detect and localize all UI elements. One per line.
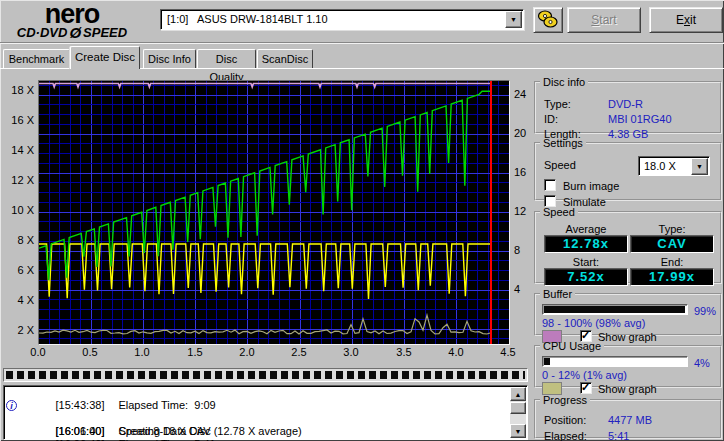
combo-dropdown-arrow-icon[interactable]: ▼ [505,11,522,28]
tab-scandisc[interactable]: ScanDisc [257,49,313,68]
log-entry[interactable]: i [16:01:00]Creating Data Disc [4,399,527,412]
y-axis-left-tick: 18 X [0,84,34,96]
log-scrollbar[interactable]: ▲ ▼ [510,387,526,438]
y-axis-right-tick: 4 [514,283,538,295]
drive-name: [1:0] ASUS DRW-1814BLT 1.10 [167,13,328,25]
toolbar: nero CD·DVDØSPEED [1:0] ASUS DRW-1814BLT… [0,0,724,43]
drive-select-combobox[interactable]: [1:0] ASUS DRW-1814BLT 1.10 ▼ [160,9,524,30]
log-entry[interactable]: [15:43:38]Elapsed Time: 9:09 [4,386,527,399]
scroll-up-icon[interactable]: ▲ [510,387,526,401]
y-axis-left-tick: 2 X [0,324,34,336]
nero-logo-text: nero [6,2,138,26]
speed-graph-plot [38,80,510,345]
burn-progress-segments [6,371,525,379]
nero-cd-dvd-speed-window: nero CD·DVDØSPEED [1:0] ASUS DRW-1814BLT… [0,0,724,441]
scrollbar-thumb[interactable] [510,402,526,414]
tab-benchmark[interactable]: Benchmark [3,49,70,68]
tab-disc-info[interactable]: Disc Info [143,49,196,68]
x-axis-tick: 1.5 [180,346,210,358]
x-axis-tick: 4.0 [441,346,471,358]
hand-disc-icon [536,8,560,30]
cd-dvd-speed-logo-text: CD·DVDØSPEED [6,26,138,40]
scroll-down-icon[interactable]: ▼ [510,424,526,438]
create-disc-tab-page: 18 X 16 X 14 X 12 X 10 X 8 X 6 X 4 X 2 X… [0,68,724,441]
y-axis-left-tick: 10 X [0,204,34,216]
x-axis-tick: 4.5 [493,346,523,358]
y-axis-left-tick: 4 X [0,294,34,306]
eject-hand-button[interactable] [533,7,563,33]
start-button[interactable]: Start [567,7,641,33]
y-axis-left-tick: 8 X [0,234,34,246]
y-axis-right-tick: 16 [514,166,538,178]
y-axis-left-tick: 16 X [0,114,34,126]
x-axis-tick: 2.5 [284,346,314,358]
speed-graph-svg [39,81,509,344]
burn-progress-bar [3,368,528,382]
y-axis-right-tick: 12 [514,205,538,217]
x-axis-tick: 1.0 [127,346,157,358]
tab-create-disc[interactable]: Create Disc [70,46,140,69]
y-axis-left-tick: 14 X [0,144,34,156]
x-axis-tick: 0.0 [23,346,53,358]
event-log-listbox: [15:43:38]Elapsed Time: 9:09 i [16:01:00… [3,385,528,440]
info-icon: i [6,400,17,411]
tab-disc-quality[interactable]: Disc Quality [197,49,256,68]
exit-button[interactable]: Exit [649,7,723,33]
x-axis-tick: 3.5 [389,346,419,358]
x-axis-tick: 3.0 [336,346,366,358]
y-axis-left-tick: 6 X [0,264,34,276]
y-axis-left-tick: 12 X [0,174,34,186]
log-entry[interactable]: [16:06:40]Speed:8-18 X CAV (12.78 X aver… [4,412,527,425]
x-axis-tick: 0.5 [75,346,105,358]
x-axis-tick: 2.0 [232,346,262,358]
y-axis-right-tick: 24 [514,88,538,100]
y-axis-right-tick: 20 [514,127,538,139]
nero-logo: nero CD·DVDØSPEED [6,2,138,40]
disc-icon: Ø [69,26,81,40]
log-entry[interactable]: [16:06:40]Elapsed Time: 5:41 [4,425,527,438]
y-axis-right-tick: 8 [514,244,538,256]
